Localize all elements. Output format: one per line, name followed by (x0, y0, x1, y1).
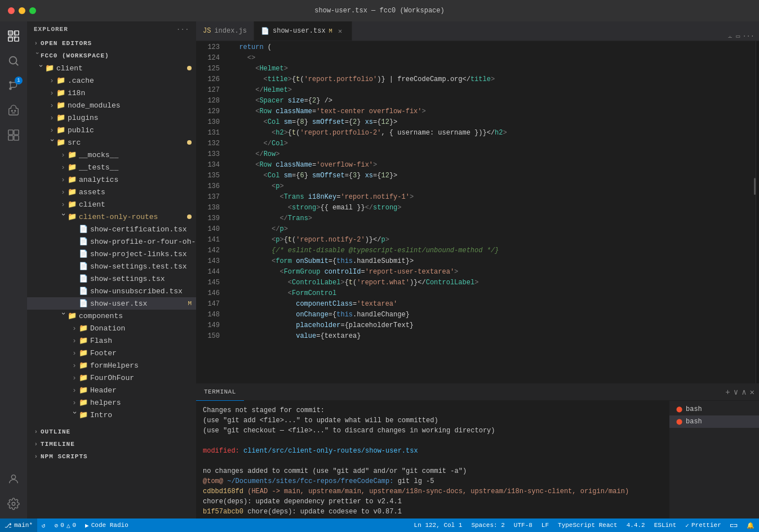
open-editors-section[interactable]: › OPEN EDITORS (27, 37, 196, 50)
status-notifications[interactable]: 🔔 (742, 518, 759, 532)
debug-activity-icon[interactable] (3, 100, 24, 120)
minimize-button[interactable] (19, 7, 25, 14)
close-button[interactable] (8, 7, 15, 14)
code-content[interactable]: return ( <> <Helmet> <title>{t('report.p… (224, 41, 756, 383)
folder-donation[interactable]: › 📁 Donation (27, 322, 196, 334)
status-spaces[interactable]: Spaces: 2 (467, 518, 509, 532)
folder-components[interactable]: › 📁 components (27, 310, 196, 322)
main-container: 1 EXPLORER ··· › OPEN EDITORS (0, 21, 759, 518)
status-encoding[interactable]: UTF-8 (509, 518, 537, 532)
status-errors[interactable]: ⊘ 0 △ 0 (50, 518, 81, 532)
folder-client-only-routes-label: client-only-routes (79, 213, 158, 221)
account-activity-icon[interactable] (3, 469, 24, 489)
outline-section[interactable]: › OUTLINE (27, 426, 196, 438)
timeline-section[interactable]: › TIMELINE (27, 438, 196, 450)
toggle-panel-icon[interactable]: ▭ (736, 32, 740, 41)
file-show-project-links-label: show-project-links.tsx (90, 250, 187, 258)
terminal-down-icon[interactable]: ∨ (734, 387, 738, 397)
close-panel-icon[interactable]: ✕ (750, 387, 754, 397)
terminal-tab[interactable]: TERMINAL (196, 384, 244, 401)
new-terminal-icon[interactable]: + (725, 388, 730, 397)
sidebar-more-button[interactable]: ··· (176, 26, 189, 33)
file-show-profile[interactable]: › 📄 show-profile-or-four-oh-four.t... (27, 235, 196, 248)
terminal-up-icon[interactable]: ∧ (742, 387, 746, 397)
folder-form-helpers-icon: 📁 (79, 361, 88, 370)
status-code-radio[interactable]: ▶ Code Radio (81, 518, 133, 532)
tab-show-user-tsx-label: show-user.tsx (273, 27, 326, 35)
settings-activity-icon[interactable] (3, 494, 24, 514)
file-show-project-links[interactable]: › 📄 show-project-links.tsx (27, 248, 196, 260)
search-activity-icon[interactable] (3, 51, 24, 71)
workspace-section[interactable]: › FCC0 (WORKSPACE) (27, 50, 196, 62)
file-show-user[interactable]: › 📄 show-user.tsx M (27, 297, 196, 310)
terminal-instance-2[interactable]: ⬤ bash (669, 415, 759, 428)
folder-components-icon: 📁 (68, 311, 77, 320)
status-cursor-position[interactable]: Ln 122, Col 1 (410, 518, 467, 532)
tab-close-button[interactable]: ✕ (336, 26, 345, 35)
terminal-line-3: (use "git checkout — <file>..." to disca… (203, 426, 662, 436)
extensions-activity-icon[interactable] (3, 125, 24, 145)
status-prettier[interactable]: ✓ Prettier (681, 518, 725, 532)
folder-flash-label: Flash (90, 337, 112, 345)
outline-chevron: › (32, 427, 41, 436)
window-controls[interactable] (8, 7, 36, 14)
client-modified-dot (187, 66, 192, 70)
folder-cache[interactable]: › 📁 .cache (27, 74, 196, 87)
status-sync[interactable]: ↺ (37, 518, 50, 532)
file-show-unsubscribed[interactable]: › 📄 show-unsubscribed.tsx (27, 285, 196, 297)
terminal-output[interactable]: Changes not staged for commit: (use "git… (196, 401, 669, 518)
folder-four-oh-four[interactable]: › 📁 FourOhFour (27, 372, 196, 384)
folder-node-modules[interactable]: › 📁 node_modules (27, 99, 196, 111)
status-ts-version[interactable]: 4.4.2 (622, 518, 650, 532)
folder-analytics[interactable]: › 📁 analytics (27, 173, 196, 186)
folder-cache-chevron: › (47, 76, 56, 85)
more-actions-icon[interactable]: ··· (742, 33, 754, 41)
status-eslint[interactable]: ESLint (650, 518, 681, 532)
sidebar: EXPLORER ··· › OPEN EDITORS › FCC0 (WORK… (27, 21, 196, 518)
folder-mocks[interactable]: › 📁 __mocks__ (27, 149, 196, 161)
tab-show-user-tsx[interactable]: 📄 show-user.tsx M ✕ (254, 21, 352, 41)
tab-bar-actions: ⫠ ▭ ··· (722, 32, 759, 41)
status-line-ending[interactable]: LF (537, 518, 553, 532)
folder-assets-icon: 📁 (68, 187, 77, 196)
folder-client-label: client (56, 64, 83, 73)
folder-header[interactable]: › 📁 Header (27, 384, 196, 396)
file-show-certification[interactable]: › 📄 show-certification.tsx (27, 223, 196, 235)
folder-form-helpers-label: formHelpers (90, 361, 139, 370)
folder-client[interactable]: › 📁 client (27, 62, 196, 74)
spaces-label: Spaces: 2 (471, 522, 504, 529)
folder-tests[interactable]: › 📁 __tests__ (27, 161, 196, 173)
panel-content: Changes not staged for commit: (use "git… (196, 401, 759, 518)
folder-src[interactable]: › 📁 src (27, 136, 196, 149)
explorer-activity-icon[interactable] (3, 26, 24, 46)
status-branch[interactable]: ⎇ main* (0, 518, 37, 532)
folder-form-helpers[interactable]: › 📁 formHelpers (27, 359, 196, 372)
folder-footer[interactable]: › 📁 Footer (27, 347, 196, 359)
folder-plugins[interactable]: › 📁 plugins (27, 111, 196, 124)
status-remote[interactable]: ⊏⊐ (726, 518, 742, 532)
terminal-instances: ⬤ bash ⬤ bash (669, 401, 759, 518)
folder-i18n[interactable]: › 📁 i18n (27, 87, 196, 99)
folder-tests-label: __tests__ (79, 163, 118, 172)
npm-scripts-section[interactable]: › NPM SCRIPTS (27, 450, 196, 463)
branch-icon: ⎇ (5, 522, 12, 529)
file-show-settings-label: show-settings.tsx (90, 275, 165, 283)
split-editor-icon[interactable]: ⫠ (727, 32, 734, 41)
file-show-settings[interactable]: › 📄 show-settings.tsx (27, 272, 196, 285)
folder-intro[interactable]: › 📁 Intro (27, 409, 196, 421)
tab-index-js[interactable]: JS index.js (196, 21, 254, 41)
folder-public[interactable]: › 📁 public (27, 124, 196, 136)
folder-intro-label: Intro (90, 411, 112, 419)
folder-helpers[interactable]: › 📁 helpers (27, 396, 196, 409)
terminal-instance-1[interactable]: ⬤ bash (669, 403, 759, 415)
folder-assets[interactable]: › 📁 assets (27, 186, 196, 198)
file-show-settings-test[interactable]: › 📄 show-settings.test.tsx (27, 260, 196, 272)
file-show-settings-test-label: show-settings.test.tsx (90, 262, 187, 271)
folder-analytics-label: analytics (79, 176, 118, 184)
maximize-button[interactable] (29, 7, 36, 14)
folder-client-inner[interactable]: › 📁 client (27, 198, 196, 211)
folder-client-only-routes[interactable]: › 📁 client-only-routes (27, 211, 196, 223)
source-control-activity-icon[interactable]: 1 (3, 75, 24, 96)
status-language[interactable]: TypeScript React (553, 518, 622, 532)
folder-flash[interactable]: › 📁 Flash (27, 334, 196, 347)
